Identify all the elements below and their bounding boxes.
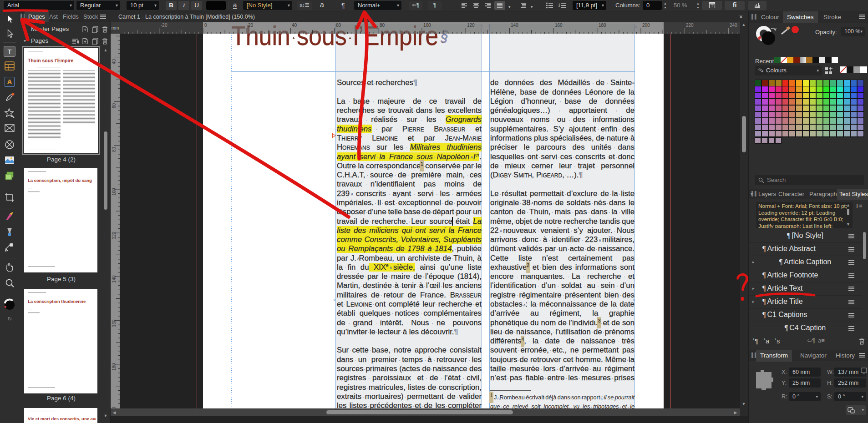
svg-text:2: 2 <box>558 5 560 7</box>
